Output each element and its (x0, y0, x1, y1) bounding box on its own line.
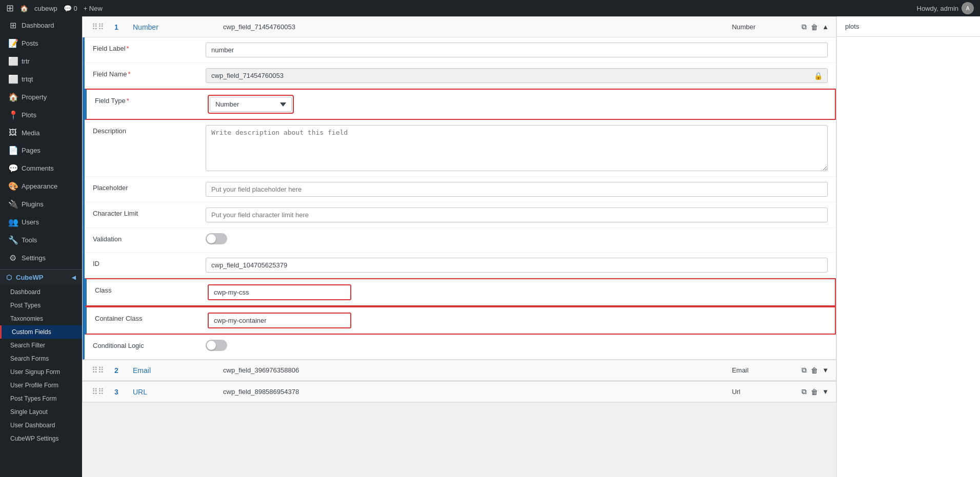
description-control (197, 120, 836, 176)
field-label-control (197, 37, 836, 63)
howdy-section[interactable]: Howdy, admin A (917, 2, 974, 14)
right-panel-title: plots (845, 23, 859, 30)
container-class-label: Container Class (87, 307, 199, 329)
drag-handle-3[interactable]: ⠿⠿ (90, 387, 106, 397)
collapse-icon-1[interactable]: ▲ (822, 23, 829, 31)
property-icon: 🏠 (8, 92, 17, 102)
class-control (199, 279, 835, 305)
plugins-icon: 🔌 (8, 199, 17, 209)
sidebar-item-property[interactable]: 🏠 Property (0, 88, 82, 106)
field-2-header: ⠿⠿ 2 Email cwp_field_396976358806 Email … (83, 360, 836, 381)
cubewp-icon: ⬡ (6, 274, 12, 281)
field-name-input[interactable] (206, 68, 828, 83)
field-2-type: Email (732, 366, 793, 374)
copy-icon-1[interactable]: ⧉ (802, 23, 807, 31)
copy-icon-3[interactable]: ⧉ (802, 387, 807, 396)
field-3-number: 3 (114, 388, 125, 396)
field-1-form: Field Label * Field Name * (85, 37, 836, 359)
class-label: Class (87, 279, 199, 301)
comments-bar[interactable]: 💬 0 (64, 5, 77, 12)
sidebar-item-pages[interactable]: 📄 Pages (0, 141, 82, 159)
field-type-select[interactable]: Number Text Email URL Textarea Select (210, 97, 292, 112)
site-name[interactable]: cubewp (34, 5, 57, 12)
sidebar-item-cwp-dashboard[interactable]: Dashboard (0, 285, 82, 299)
class-highlight-box (208, 284, 351, 300)
sidebar-item-users[interactable]: 👥 Users (0, 213, 82, 231)
new-content-button[interactable]: + New (84, 5, 103, 12)
validation-toggle[interactable] (206, 233, 227, 244)
sidebar-item-label: Settings (22, 254, 46, 262)
field-type-highlight-box: Number Text Email URL Textarea Select (208, 95, 294, 114)
expand-icon-3[interactable]: ▼ (822, 388, 829, 396)
sidebar-item-tools[interactable]: 🔧 Tools (0, 231, 82, 249)
field-3-actions: ⧉ 🗑 ▼ (802, 387, 829, 396)
field-1-name[interactable]: Number (133, 23, 215, 31)
class-input[interactable] (209, 285, 350, 299)
field-label-input[interactable] (206, 43, 828, 57)
field-name-wrapper: 🔒 (206, 68, 828, 83)
appearance-icon: 🎨 (8, 181, 17, 191)
drag-handle-2[interactable]: ⠿⠿ (90, 365, 106, 375)
id-row: ID (85, 253, 836, 278)
sidebar-item-cwp-single-layout[interactable]: Single Layout (0, 405, 82, 419)
toggle-thumb (207, 234, 216, 243)
container-class-highlight-box (208, 313, 351, 328)
field-2-table: ⠿⠿ 2 Email cwp_field_396976358806 Email … (82, 360, 836, 381)
sidebar-item-cwp-post-types[interactable]: Post Types (0, 299, 82, 312)
field-2-actions: ⧉ 🗑 ▼ (802, 366, 829, 375)
conditional-logic-toggle[interactable] (206, 340, 227, 351)
sidebar-item-cwp-user-dashboard[interactable]: User Dashboard (0, 419, 82, 432)
field-type-label: Field Type * (87, 90, 199, 112)
sidebar-item-trtqt[interactable]: ⬜ trtqt (0, 70, 82, 88)
dashboard-icon: ⊞ (8, 20, 17, 30)
sidebar-item-cwp-taxonomies[interactable]: Taxonomies (0, 312, 82, 325)
delete-icon-2[interactable]: 🗑 (811, 366, 818, 375)
conditional-logic-control (197, 335, 836, 356)
sidebar-item-cwp-search-filter[interactable]: Search Filter (0, 339, 82, 352)
sidebar-item-plots[interactable]: 📍 Plots (0, 106, 82, 124)
sidebar-item-cwp-user-signup[interactable]: User Signup Form (0, 365, 82, 379)
description-textarea[interactable] (206, 125, 828, 171)
placeholder-label: Placeholder (85, 177, 197, 199)
id-input[interactable] (206, 258, 828, 273)
sidebar-item-dashboard[interactable]: ⊞ Dashboard (0, 16, 82, 34)
sidebar-item-cwp-custom-fields[interactable]: Custom Fields (0, 325, 82, 339)
field-name-label: Field Name * (85, 63, 197, 85)
wp-logo-icon[interactable]: ⊞ (6, 3, 14, 14)
cubewp-arrow-icon: ◀ (72, 275, 76, 280)
sidebar-item-cwp-settings[interactable]: CubeWP Settings (0, 432, 82, 445)
sidebar-item-appearance[interactable]: 🎨 Appearance (0, 177, 82, 195)
sidebar-item-posts[interactable]: 📝 Posts (0, 34, 82, 52)
delete-icon-3[interactable]: 🗑 (811, 388, 818, 396)
field-type-row: Field Type * Number Text Email URL (85, 89, 836, 120)
sidebar-item-trtr[interactable]: ⬜ trtr (0, 52, 82, 70)
sidebar-item-cwp-search-forms[interactable]: Search Forms (0, 352, 82, 365)
char-limit-input[interactable] (206, 208, 828, 222)
delete-icon-1[interactable]: 🗑 (811, 23, 818, 31)
main-content: ⠿⠿ 1 Number cwp_field_71454760053 Number… (82, 16, 836, 477)
field-3-header: ⠿⠿ 3 URL cwp_field_898586954378 Url ⧉ 🗑 … (83, 382, 836, 402)
avatar: A (962, 2, 974, 14)
sidebar-item-media[interactable]: 🖼 Media (0, 124, 82, 141)
drag-handle-1[interactable]: ⠿⠿ (90, 22, 106, 32)
field-1-header: ⠿⠿ 1 Number cwp_field_71454760053 Number… (83, 17, 836, 37)
placeholder-input[interactable] (206, 182, 828, 197)
sidebar-item-cwp-user-profile[interactable]: User Profile Form (0, 379, 82, 392)
field-3-name[interactable]: URL (133, 388, 215, 396)
sidebar-item-label: trtqt (22, 75, 33, 83)
copy-icon-2[interactable]: ⧉ (802, 366, 807, 375)
sidebar-item-settings[interactable]: ⚙ Settings (0, 249, 82, 267)
container-class-input[interactable] (209, 314, 350, 327)
sidebar-item-comments[interactable]: 💬 Comments (0, 159, 82, 177)
sidebar-item-plugins[interactable]: 🔌 Plugins (0, 195, 82, 213)
trtqt-icon: ⬜ (8, 74, 17, 84)
cubewp-header[interactable]: ⬡ CubeWP ◀ (0, 269, 82, 285)
required-asterisk-2: * (128, 70, 130, 78)
field-2-name[interactable]: Email (133, 366, 215, 375)
pages-icon: 📄 (8, 146, 17, 155)
conditional-logic-row: Conditional Logic (85, 335, 836, 359)
home-icon[interactable]: 🏠 (20, 5, 28, 12)
expand-icon-2[interactable]: ▼ (822, 366, 829, 374)
sidebar-item-cwp-post-types-form[interactable]: Post Types Form (0, 392, 82, 405)
admin-bar: ⊞ 🏠 cubewp 💬 0 + New Howdy, admin A (0, 0, 980, 16)
